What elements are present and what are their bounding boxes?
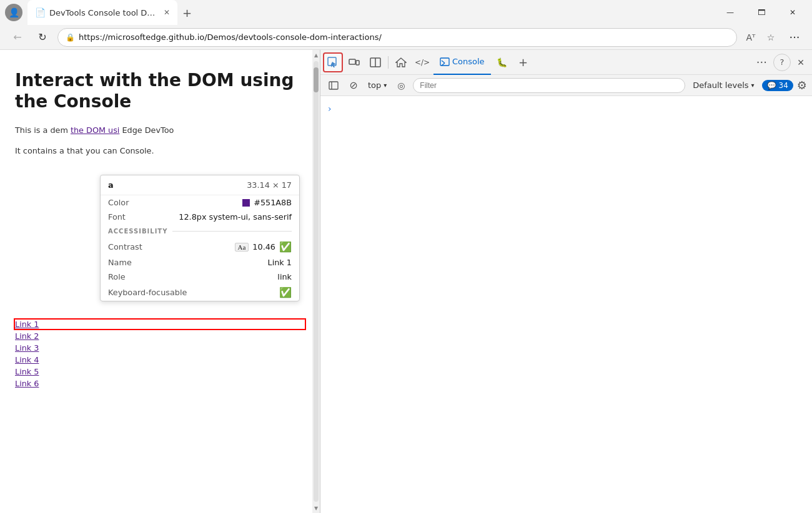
levels-label: Default levels <box>693 81 748 90</box>
link-6[interactable]: Link 6 <box>15 379 305 388</box>
devtools-secondary-toolbar: ⊘ top ▾ ◎ Default levels ▾ 💬 34 ⚙ <box>320 75 812 96</box>
inspect-icon <box>327 57 339 68</box>
svg-rect-10 <box>329 82 338 89</box>
sidebar-toggle-button[interactable] <box>325 77 342 94</box>
devtools-panel: </> Console 🐛 + ··· ? ✕ <box>320 50 812 513</box>
scrollbar-thumb[interactable] <box>314 67 319 92</box>
more-tools-button[interactable]: ··· <box>751 56 772 69</box>
tooltip-color-value: #551A8B <box>242 198 292 207</box>
message-count-badge: 💬 34 <box>762 80 793 91</box>
device-icon <box>349 57 360 67</box>
svg-marker-1 <box>331 62 336 67</box>
webpage-scrollbar[interactable]: ▲ ▼ <box>312 50 320 513</box>
page-link-dom[interactable]: the DOM usi <box>71 125 119 135</box>
filter-input[interactable] <box>413 78 685 93</box>
color-swatch <box>242 199 250 207</box>
title-bar-left: 👤 <box>5 4 22 21</box>
link-4[interactable]: Link 4 <box>15 355 305 364</box>
maximize-button[interactable]: 🗖 <box>747 2 776 22</box>
context-label: top <box>368 81 381 90</box>
sidebar-icon <box>329 81 339 90</box>
devtools-close-button[interactable]: ✕ <box>792 54 810 71</box>
tooltip-keyboard-row: Keyboard-focusable ✅ <box>101 284 299 301</box>
link-3[interactable]: Link 3 <box>15 343 305 353</box>
eye-button[interactable]: ◎ <box>393 77 409 94</box>
svg-line-8 <box>442 61 445 63</box>
aa-badge: Aa <box>235 243 249 252</box>
tooltip-color-label: Color <box>108 198 129 207</box>
tooltip-tag: a <box>108 180 114 190</box>
tooltip-font-value: 12.8px system-ui, sans-serif <box>179 212 292 222</box>
lock-icon: 🔒 <box>66 33 75 42</box>
tooltip-role-label: Role <box>108 272 126 281</box>
block-button[interactable]: ⊘ <box>345 77 362 94</box>
link-1-highlighted[interactable]: Link 1 <box>15 320 305 329</box>
add-tool-button[interactable]: + <box>513 52 533 72</box>
address-input[interactable]: 🔒 https://microsoftedge.github.io/Demos/… <box>57 28 737 47</box>
favorites-button[interactable]: ☆ <box>762 29 780 46</box>
main-area: Interact with the DOM using the Console … <box>0 50 812 513</box>
home-button[interactable] <box>391 52 411 72</box>
prompt-arrow-icon: › <box>328 104 332 114</box>
refresh-button[interactable]: ↻ <box>32 27 52 47</box>
panel-layout-button[interactable] <box>365 52 385 72</box>
inspect-element-button[interactable] <box>323 52 343 72</box>
minimize-button[interactable]: — <box>716 2 745 22</box>
divider-line <box>172 231 292 232</box>
tooltip-size: 33.14 × 17 <box>247 180 292 190</box>
levels-button[interactable]: Default levels ▾ <box>689 79 758 91</box>
home-icon <box>395 57 407 67</box>
tooltip-role-row: Role link <box>101 270 299 284</box>
svg-marker-6 <box>396 58 406 67</box>
tab-bar: 📄 DevTools Console tool DOM inte ✕ + <box>27 0 711 25</box>
svg-rect-3 <box>356 61 359 65</box>
tooltip-font-row: Font 12.8px system-ui, sans-serif <box>101 210 299 224</box>
url-text: https://microsoftedge.github.io/Demos/de… <box>79 32 729 42</box>
link-2[interactable]: Link 2 <box>15 331 305 341</box>
tooltip-name-label: Name <box>108 258 132 267</box>
console-prompt: › <box>328 101 805 116</box>
message-count-icon: 💬 <box>767 81 776 90</box>
context-selector[interactable]: top ▾ <box>365 79 389 91</box>
link-1[interactable]: Link 1 <box>15 320 305 329</box>
keyboard-check-icon: ✅ <box>279 286 292 298</box>
debug-button[interactable]: 🐛 <box>492 52 512 72</box>
console-tab-label: Console <box>452 57 485 66</box>
scroll-down-button[interactable]: ▼ <box>312 503 320 513</box>
tab-favicon: 📄 <box>35 7 46 17</box>
new-tab-button[interactable]: + <box>177 0 197 25</box>
settings-button[interactable]: ⚙ <box>797 79 807 92</box>
scrollbar-track <box>314 61 319 502</box>
back-button[interactable]: ← <box>7 27 27 47</box>
scroll-up-button[interactable]: ▲ <box>312 50 320 60</box>
accessibility-label: ACCESSIBILITY <box>108 228 167 235</box>
user-avatar[interactable]: 👤 <box>5 4 22 21</box>
tooltip-contrast-row: Contrast Aa 10.46 ✅ <box>101 238 299 255</box>
page-paragraph-2: It contains a that you can Console. <box>15 145 305 157</box>
source-code-button[interactable]: </> <box>412 52 432 72</box>
device-emulation-button[interactable] <box>344 52 364 72</box>
window-controls: — 🗖 ✕ <box>716 2 807 22</box>
tab-close-button[interactable]: ✕ <box>164 8 170 17</box>
tab-console[interactable]: Console <box>433 50 491 75</box>
tooltip-name-row: Name Link 1 <box>101 255 299 270</box>
console-icon <box>440 57 450 66</box>
active-tab[interactable]: 📄 DevTools Console tool DOM inte ✕ <box>27 0 177 25</box>
browser-menu-button[interactable]: ··· <box>785 27 805 47</box>
link-5[interactable]: Link 5 <box>15 367 305 376</box>
tooltip-role-value: link <box>277 272 292 281</box>
element-tooltip: a 33.14 × 17 Color #551A8B Font 12.8px s… <box>100 175 300 301</box>
close-window-button[interactable]: ✕ <box>778 2 807 22</box>
tooltip-keyboard-value: ✅ <box>279 286 292 298</box>
tooltip-color-row: Color #551A8B <box>101 195 299 210</box>
page-paragraph-1: This is a dem the DOM usi Edge DevToo <box>15 124 305 137</box>
levels-dropdown-icon: ▾ <box>751 82 755 89</box>
console-output: › <box>320 96 812 513</box>
read-mode-button[interactable]: Aᵀ <box>742 29 760 46</box>
toolbar-separator-1 <box>388 56 389 69</box>
help-button[interactable]: ? <box>773 54 791 71</box>
tooltip-name-value: Link 1 <box>268 258 292 267</box>
tooltip-header: a 33.14 × 17 <box>101 175 299 195</box>
tooltip-contrast-label: Contrast <box>108 242 142 252</box>
address-bar: ← ↻ 🔒 https://microsoftedge.github.io/De… <box>0 25 812 50</box>
